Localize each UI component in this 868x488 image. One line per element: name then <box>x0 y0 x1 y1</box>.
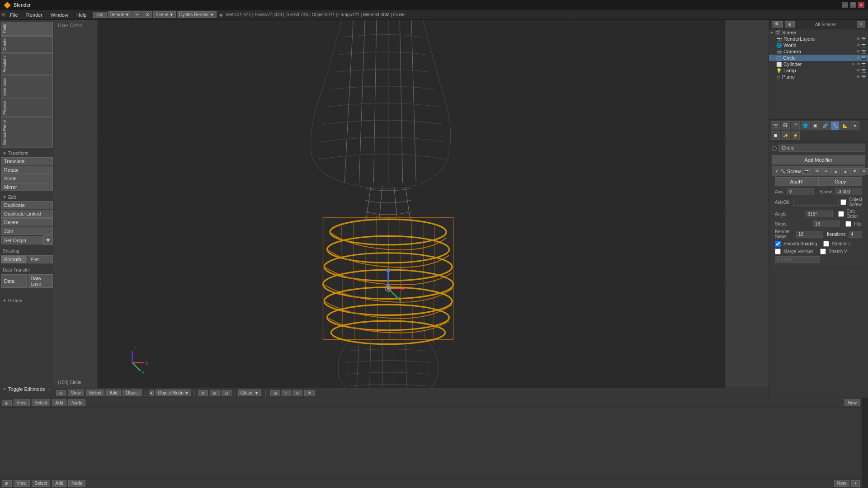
mirror-button[interactable]: Mirror <box>1 183 53 191</box>
outliner-item-cylinder[interactable]: ⬜ Cylinder ✏ 👁 📷 <box>769 61 868 67</box>
tab-physics[interactable]: Physics <box>1 99 53 117</box>
coordinate-system-dropdown[interactable]: Global ▼ <box>238 389 261 396</box>
tl-footer-select[interactable]: Select <box>32 480 51 487</box>
rotate-button[interactable]: Rotate <box>1 166 53 174</box>
object-screw-checkbox[interactable] <box>840 199 846 205</box>
outliner-item-circle[interactable]: ◯ Circle 👁 📷 <box>769 55 868 61</box>
outliner-item-world[interactable]: 🌐 World 👁 📷 <box>769 42 868 48</box>
set-origin-dropdown-arrow[interactable]: ▼ <box>43 235 53 245</box>
outliner-search-btn[interactable]: ⊕ <box>785 21 795 28</box>
snap-btn[interactable]: ⊞ <box>270 390 280 396</box>
duplicate-linked-button[interactable]: Duplicate Linked <box>1 210 53 218</box>
angle-input[interactable] <box>806 211 833 217</box>
modifier-down-icon[interactable]: ▼ <box>850 168 859 174</box>
timeline-scrollbar[interactable] <box>862 398 868 488</box>
data-layo-button[interactable]: Data Layo <box>28 274 53 288</box>
flat-button[interactable]: Flat <box>28 255 53 263</box>
viewport-select-btn[interactable]: Select <box>86 389 105 396</box>
timeline-new-btn[interactable]: New <box>844 399 860 406</box>
prop-texture-icon[interactable]: 🔲 <box>771 131 780 140</box>
object-mode-dropdown[interactable]: Object Mode ▼ <box>156 389 191 396</box>
duplicate-button[interactable]: Duplicate <box>1 201 53 209</box>
outliner-view-btn[interactable]: 🔍 <box>772 21 783 28</box>
menu-file[interactable]: File <box>6 11 22 19</box>
tl-add-icon[interactable]: + <box>851 480 860 487</box>
tl-footer-view[interactable]: View <box>14 480 30 487</box>
prop-scene-icon[interactable]: 🎬 <box>791 121 800 130</box>
viewport[interactable]: User Ortho <box>54 20 769 398</box>
visibility-btn[interactable]: 👁 <box>304 390 315 396</box>
apply-button[interactable]: ApplY <box>775 177 819 186</box>
add-modifier-button[interactable]: Add Modifier <box>772 155 865 164</box>
outliner-item-scene[interactable]: ▶ 🎬 Scene <box>769 29 868 36</box>
prop-particles-icon[interactable]: ✨ <box>781 131 790 140</box>
flip-checkbox[interactable] <box>845 221 851 227</box>
modifier-delete-icon[interactable]: ✕ <box>860 168 868 174</box>
timeline-area[interactable] <box>0 408 862 478</box>
axisobject-input[interactable] <box>793 199 839 206</box>
tab-relations[interactable]: Relations <box>1 53 53 75</box>
smooth-button[interactable]: Smooth <box>1 255 27 263</box>
viewport-shading-btn[interactable]: ⊠ <box>210 390 220 396</box>
prop-world-icon[interactable]: 🌐 <box>801 121 810 130</box>
merge-vertices-checkbox[interactable] <box>775 249 781 254</box>
layout-add[interactable]: + <box>132 11 142 18</box>
timeline-select-btn[interactable]: Select <box>32 399 51 406</box>
pivot-btn[interactable]: ⊙ <box>292 390 302 396</box>
steps-input[interactable] <box>813 221 840 227</box>
menu-render[interactable]: Render <box>23 11 46 19</box>
minimize-button[interactable]: — <box>842 2 848 8</box>
viewport-add-btn[interactable]: Add <box>106 389 121 396</box>
outliner-item-lamp[interactable]: 💡 Lamp 👁 📷 <box>769 67 868 74</box>
smooth-shading-checkbox[interactable] <box>775 241 781 247</box>
axis-input[interactable] <box>787 188 814 195</box>
prop-data-icon[interactable]: 📐 <box>840 121 849 130</box>
timeline-node-btn[interactable]: Node <box>68 399 85 406</box>
join-button[interactable]: Join <box>1 227 53 235</box>
viewport-object-btn[interactable]: Object <box>123 389 142 396</box>
outliner-item-plane[interactable]: ▭ Plane 👁 📷 <box>769 74 868 80</box>
prop-physics-icon[interactable]: ⚡ <box>791 131 800 140</box>
viewport-overlay-btn[interactable]: ⊡ <box>222 390 231 396</box>
outliner-item-camera[interactable]: 📹 Camera 👁 📷 <box>769 48 868 55</box>
stretch-v-checkbox[interactable] <box>820 249 826 254</box>
menu-window[interactable]: Window <box>47 11 72 19</box>
viewport-mesh-btn[interactable]: ⊕ <box>198 390 208 396</box>
tl-footer-node[interactable]: Node <box>68 480 85 487</box>
viewport-view-btn[interactable]: View <box>68 389 84 396</box>
outliner-filter-btn[interactable]: ≡ <box>857 21 865 28</box>
scale-button[interactable]: Scale <box>1 174 53 183</box>
calc-order-checkbox[interactable] <box>838 211 844 217</box>
object-name-input[interactable] <box>778 144 865 152</box>
tl-footer-add[interactable]: Add <box>52 480 66 487</box>
layout-icon-button[interactable]: ⊞⊞ <box>93 12 107 18</box>
layout-dropdown[interactable]: Default ▼ <box>108 11 132 18</box>
scene-dropdown[interactable]: Scene ▼ <box>153 11 176 18</box>
prop-render-icon[interactable]: 📷 <box>771 121 780 130</box>
translate-button[interactable]: Translate <box>1 157 53 165</box>
timeline-view-btn[interactable]: View <box>14 399 30 406</box>
prop-modifiers-icon[interactable]: 🔧 <box>830 121 840 130</box>
data-button[interactable]: Data <box>1 274 27 288</box>
close-button[interactable]: ✕ <box>858 2 864 8</box>
copy-button[interactable]: Copy <box>819 177 863 186</box>
modifier-eye-icon[interactable]: 👁 <box>813 168 821 174</box>
layout-remove[interactable]: ✕ <box>142 11 152 18</box>
prop-renderlayers-icon[interactable]: 🎞 <box>781 121 790 130</box>
render-steps-input[interactable] <box>796 231 823 238</box>
modifier-edit-icon[interactable]: ✏ <box>822 168 830 174</box>
prop-material-icon[interactable]: ● <box>850 121 859 130</box>
timeline-icon-btn[interactable]: ⊞ <box>2 400 12 406</box>
timeline-add-btn[interactable]: Add <box>52 399 66 406</box>
prop-object-icon[interactable]: ▣ <box>811 121 820 130</box>
engine-dropdown[interactable]: Cycles Render ▼ <box>177 11 217 18</box>
modifier-cage-icon[interactable]: ▲ <box>831 168 840 174</box>
tl-footer-icon[interactable]: ⊞ <box>2 480 12 487</box>
stretch-u-checkbox[interactable] <box>823 241 829 247</box>
tl-footer-new[interactable]: New <box>834 480 849 487</box>
tab-create[interactable]: Create <box>1 36 53 53</box>
screw-value-input[interactable] <box>835 188 862 195</box>
prop-constraints-icon[interactable]: 🔗 <box>821 121 830 130</box>
outliner-item-renderlayers[interactable]: 📷 RenderLayers 👁 📷 <box>769 36 868 42</box>
modifier-render-icon[interactable]: 📷 <box>802 168 812 174</box>
